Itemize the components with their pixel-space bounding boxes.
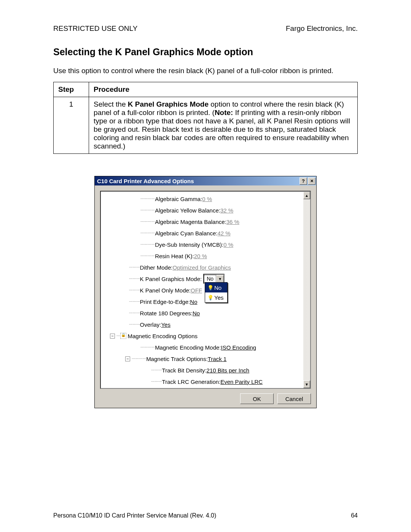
value[interactable]: 42 %	[217, 230, 230, 236]
vertical-scrollbar[interactable]: ▲ ▼	[303, 192, 310, 388]
tree-item-lrc[interactable]: ┈┈┈ Track LRC Generation: Even Parity LR…	[102, 376, 303, 387]
header-left: RESTRICTED USE ONLY	[53, 24, 137, 33]
scroll-up-icon[interactable]: ▲	[303, 192, 310, 199]
value[interactable]: Track 1	[208, 356, 226, 362]
section-title: Selecting the K Panel Graphics Mode opti…	[53, 46, 358, 58]
label: Algebraic Cyan Balance:	[155, 230, 217, 236]
label: Resin Heat (K):	[155, 253, 194, 259]
label: K Panel Only Mode:	[140, 287, 191, 294]
value[interactable]: 32 %	[220, 207, 233, 214]
value[interactable]: 210 Bits per Inch	[207, 367, 250, 374]
value[interactable]: No	[193, 310, 200, 316]
minus-icon[interactable]: −	[125, 356, 130, 361]
label: K Panel Graphics Mode:	[140, 276, 202, 282]
tree-item-kpanel-only[interactable]: ┈┈┈ K Panel Only Mode: OFF	[102, 284, 303, 296]
close-button[interactable]	[308, 177, 315, 185]
value[interactable]: 20 %	[194, 253, 207, 259]
scroll-track[interactable]	[303, 199, 310, 380]
value[interactable]: Even Parity LRC	[220, 379, 263, 385]
value[interactable]: 36 %	[226, 219, 239, 225]
tree-item-gamma[interactable]: ┈┈┈┈ Algebraic Gamma: 0 %	[102, 193, 303, 204]
tree-item-magenta[interactable]: ┈┈┈┈ Algebraic Magenta Balance: 36 %	[102, 216, 303, 227]
tree-item-mag-track[interactable]: − ┈┈┈┈ Magnetic Track Options: Track 1	[102, 353, 303, 364]
intro-text: Use this option to control where the res…	[53, 67, 358, 75]
label: Overlay:	[140, 321, 161, 328]
label: Magnetic Encoding Options	[128, 333, 198, 339]
scroll-down-icon[interactable]: ▼	[303, 380, 310, 388]
tree-item-resin-heat[interactable]: ┈┈┈┈ Resin Heat (K): 20 %	[102, 250, 303, 262]
tree-item-mag-mode[interactable]: ┈┈┈┈ Magnetic Encoding Mode: ISO Encodin…	[102, 342, 303, 353]
value[interactable]: OFF	[191, 287, 202, 294]
label: Track Bit Density:	[162, 367, 207, 374]
label: Print Edge-to-Edge:	[140, 299, 190, 305]
label: Rotate 180 Degrees:	[140, 310, 193, 316]
header-right: Fargo Electronics, Inc.	[286, 24, 358, 33]
lock-icon	[120, 333, 126, 339]
tree-item-dyesub[interactable]: ┈┈┈┈ Dye-Sub Intensity (YMCB): 0 %	[102, 239, 303, 250]
value[interactable]: Yes	[161, 321, 170, 328]
dialog-title: C10 Card Printer Advanced Options	[97, 178, 299, 184]
label: Algebraic Magenta Balance:	[155, 219, 226, 225]
label: Dye-Sub Intensity (YMCB):	[155, 241, 223, 248]
help-button[interactable]	[299, 177, 307, 185]
tree-item-bit-density[interactable]: ┈┈┈ Track Bit Density: 210 Bits per Inch	[102, 364, 303, 376]
value[interactable]: 0 %	[202, 196, 212, 202]
bulb-off-icon: 💡	[207, 285, 213, 291]
proc-text: Select the	[94, 100, 128, 108]
tree-item-kpanel-graphics[interactable]: ┈┈┈ K Panel Graphics Mode: No ▼ 💡 No	[102, 273, 303, 284]
minus-icon[interactable]: −	[110, 334, 115, 339]
label: Algebraic Yellow Balance:	[155, 207, 220, 214]
tree-item-charsize[interactable]: ┈┈┈ Track Character Size: 7 Bits per Cha…	[102, 387, 303, 388]
cancel-button[interactable]: Cancel	[277, 393, 311, 404]
dropdown-item-no[interactable]: 💡 No	[205, 283, 227, 292]
tree-item-dither[interactable]: ┈┈┈ Dither Mode: Optimized for Graphics	[102, 262, 303, 273]
tree-item-rotate[interactable]: ┈┈┈ Rotate 180 Degrees: No	[102, 307, 303, 319]
tree-item-mag-options[interactable]: − ┈ Magnetic Encoding Options	[102, 330, 303, 342]
tree-item-yellow[interactable]: ┈┈┈┈ Algebraic Yellow Balance: 32 %	[102, 204, 303, 216]
label: Algebraic Gamma:	[155, 196, 202, 202]
chevron-down-icon[interactable]: ▼	[216, 275, 224, 283]
label: Track LRC Generation:	[162, 379, 221, 385]
label: Magnetic Track Options:	[146, 356, 208, 362]
step-number: 1	[54, 97, 89, 154]
page-number: 64	[351, 512, 358, 519]
tree-view[interactable]: ┈┈┈┈ Algebraic Gamma: 0 % ┈┈┈┈ Algebraic…	[100, 191, 311, 389]
footer-text: Persona C10/M10 ID Card Printer Service …	[53, 512, 216, 519]
dropdown-label: Yes	[214, 294, 223, 301]
proc-bold: K Panel Graphics Mode	[128, 100, 209, 108]
value[interactable]: No	[190, 299, 197, 305]
value[interactable]: Optimized for Graphics	[172, 264, 231, 271]
tree-item-cyan[interactable]: ┈┈┈┈ Algebraic Cyan Balance: 42 %	[102, 227, 303, 239]
combo-value: No	[204, 275, 216, 283]
tree-item-edge[interactable]: ┈┈┈ Print Edge-to-Edge: No	[102, 296, 303, 307]
label: Magnetic Encoding Mode:	[155, 344, 221, 351]
col-procedure: Procedure	[89, 82, 358, 97]
titlebar: C10 Card Printer Advanced Options	[95, 176, 316, 185]
tree-item-overlay[interactable]: ┈┈┈ Overlay: Yes	[102, 319, 303, 330]
proc-note-label: Note:	[215, 109, 233, 117]
dropdown-item-yes[interactable]: 💡 Yes	[205, 292, 227, 302]
label: Dither Mode:	[140, 264, 173, 271]
kpanel-graphics-dropdown[interactable]: 💡 No 💡 Yes	[205, 282, 228, 303]
bulb-on-icon: 💡	[207, 295, 213, 300]
dropdown-label: No	[214, 284, 221, 291]
ok-button[interactable]: OK	[240, 393, 274, 404]
value[interactable]: 0 %	[223, 241, 233, 248]
advanced-options-dialog: C10 Card Printer Advanced Options ┈┈┈┈ A…	[94, 176, 317, 408]
col-step: Step	[54, 82, 89, 97]
procedure-cell: Select the K Panel Graphics Mode option …	[89, 97, 358, 154]
procedure-table: Step Procedure 1 Select the K Panel Grap…	[53, 82, 358, 154]
value[interactable]: ISO Encoding	[221, 344, 256, 351]
